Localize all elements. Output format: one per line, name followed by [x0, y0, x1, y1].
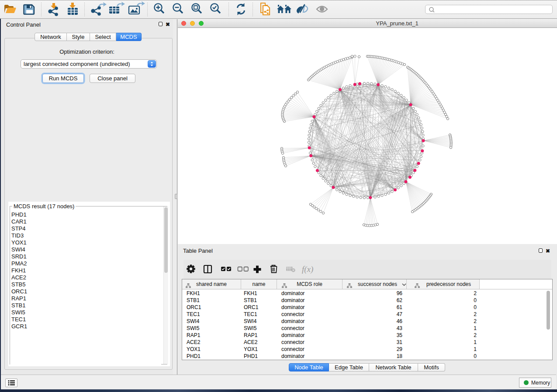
svg-text:f(x): f(x) [302, 265, 313, 274]
